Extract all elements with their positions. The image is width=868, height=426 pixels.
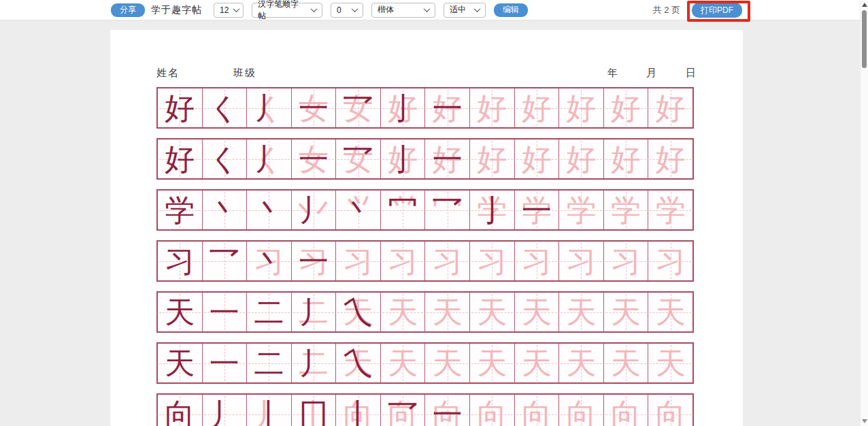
grid-cell: 向一 <box>424 395 469 426</box>
grid-cell: 天 <box>158 293 202 331</box>
site-title: 学于趣字帖 <box>151 4 202 16</box>
grid-cell: 向丨 <box>335 395 380 426</box>
grid-cell: 向 <box>514 395 559 426</box>
class-label: 班级 <box>233 67 256 80</box>
worksheet-header: 姓名 班级 年 月 日 <box>110 67 743 80</box>
size-select-value: 适中 <box>450 4 466 16</box>
name-label: 姓名 <box>156 67 180 80</box>
grid-cell: く丿 <box>246 140 291 178</box>
grid-cell: 冖乛 <box>424 191 469 229</box>
page-count-label: 共 2 页 <box>653 4 680 16</box>
count-select[interactable]: 12 <box>214 3 244 18</box>
grid-cell: 丨冂 <box>291 395 336 426</box>
scrollbar-thumb[interactable] <box>862 10 867 68</box>
grid-cell: 好 <box>158 88 202 127</box>
grid-cell: 向 <box>469 395 514 426</box>
grid-cell: 好 <box>558 140 603 178</box>
chevron-down-icon <box>474 5 481 12</box>
grid-cell: 习 <box>514 242 559 280</box>
grid-cell: 向 <box>558 395 603 426</box>
grid-cell: 丶 <box>202 191 247 229</box>
template-select[interactable]: 汉字笔顺字帖 <box>252 3 322 18</box>
character-row: 学丶丶丶丷丿⺍丶⺍冖冖乛学亅学一学学学 <box>156 189 694 231</box>
chevron-down-icon <box>233 5 240 12</box>
count-select-value: 12 <box>220 5 229 15</box>
grid-cell: 天 <box>603 344 648 382</box>
grid-cell: 天 <box>558 293 603 331</box>
print-pdf-button[interactable]: 打印PDF <box>692 3 742 18</box>
grid-cell: 好 <box>603 88 648 127</box>
scrollbar[interactable] <box>860 0 868 426</box>
grid-cell: 女乛 <box>335 140 380 178</box>
grid-cell: 天 <box>558 344 603 382</box>
scroll-down-icon[interactable] <box>862 419 867 423</box>
grid-cell: 好 <box>648 88 692 127</box>
character-row: 天一二二丿天乀天天天天天天天 <box>156 291 694 333</box>
character-row: 天一二二丿天乀天天天天天天天 <box>156 342 694 384</box>
grid-cell: 向 <box>158 395 202 426</box>
grid-cell: 好 <box>469 140 514 178</box>
grid-cell: 女一 <box>291 140 336 178</box>
scroll-up-icon[interactable] <box>862 3 867 7</box>
offset-select[interactable]: 0 <box>331 3 363 18</box>
grid-cell: 二丿 <box>291 344 336 382</box>
size-select[interactable]: 适中 <box>444 3 486 18</box>
grid-cell: 好 <box>469 88 514 127</box>
grid-cell: ⺍丶 <box>335 191 380 229</box>
grid-cell: 丶丶 <box>246 191 291 229</box>
grid-cell: 天 <box>648 293 692 331</box>
grid-cell: 天乀 <box>335 293 380 331</box>
grid-cell: 丿丨 <box>246 395 291 426</box>
grid-cell: 好 <box>558 88 603 127</box>
chevron-down-icon <box>424 5 431 12</box>
grid-cell: 习 <box>424 242 469 280</box>
template-select-value: 汉字笔顺字帖 <box>258 0 306 22</box>
grid-cell: 向乛 <box>380 395 425 426</box>
edit-button[interactable]: 编辑 <box>494 3 528 17</box>
grid-cell: 习 <box>335 242 380 280</box>
grid-cell: 天 <box>603 293 648 331</box>
grid-cell: 天 <box>469 293 514 331</box>
chevron-down-icon <box>311 5 318 12</box>
offset-select-value: 0 <box>337 5 341 15</box>
grid-cell: 向 <box>603 395 648 426</box>
grid-cell: 天 <box>380 293 425 331</box>
grid-cell: 乛 <box>202 242 247 280</box>
toolbar-right: 共 2 页 打印PDF <box>653 0 742 20</box>
grid-cell: 二 <box>246 344 291 382</box>
grid-cell: 好 <box>514 88 559 127</box>
grid-cell: 好 <box>603 140 648 178</box>
font-select[interactable]: 楷体 <box>371 3 435 18</box>
grid-cell: 习 <box>380 242 425 280</box>
grid-cell: 学一 <box>514 191 559 229</box>
grid-cell: く丿 <box>246 88 291 127</box>
grid-cell: 女乛 <box>335 88 380 127</box>
font-select-value: 楷体 <box>378 4 394 16</box>
share-button[interactable]: 分享 <box>111 3 145 17</box>
grid-cell: 好 <box>514 140 559 178</box>
character-row: 好くく丿女一女乛好亅好一好好好好好 <box>156 138 694 180</box>
content-area: 姓名 班级 年 月 日 好くく丿女一女乛好亅好一好好好好好好くく丿女一女乛好亅好… <box>0 20 868 426</box>
grid-cell: 学 <box>158 191 202 229</box>
grid-cell: 向 <box>648 395 692 426</box>
grid-cell: 好 <box>648 140 692 178</box>
grid-cell: く <box>202 140 247 178</box>
grid-cell: 二丿 <box>291 293 336 331</box>
grid-cell: 习 <box>469 242 514 280</box>
grid-cell: 好亅 <box>380 140 425 178</box>
grid-cell: 天 <box>514 344 559 382</box>
grid-cell: 二 <box>246 293 291 331</box>
grid-cell: く <box>202 88 247 127</box>
grid-cell: 天 <box>648 344 692 382</box>
practice-grid: 好くく丿女一女乛好亅好一好好好好好好くく丿女一女乛好亅好一好好好好好学丶丶丶丷丿… <box>156 87 694 426</box>
grid-cell: 习 <box>648 242 692 280</box>
character-row: 好くく丿女一女乛好亅好一好好好好好 <box>156 87 694 129</box>
toolbar: 分享 学于趣字帖 12 汉字笔顺字帖 0 楷体 适中 编辑 共 2 页 打印PD… <box>0 0 868 20</box>
grid-cell: 天 <box>158 344 202 382</box>
grid-cell: 天 <box>469 344 514 382</box>
grid-cell: 女一 <box>291 88 336 127</box>
grid-cell: 天 <box>424 344 469 382</box>
grid-cell: 好 <box>158 140 202 178</box>
grid-cell: 习 <box>158 242 202 280</box>
grid-cell: 好亅 <box>380 88 425 127</box>
